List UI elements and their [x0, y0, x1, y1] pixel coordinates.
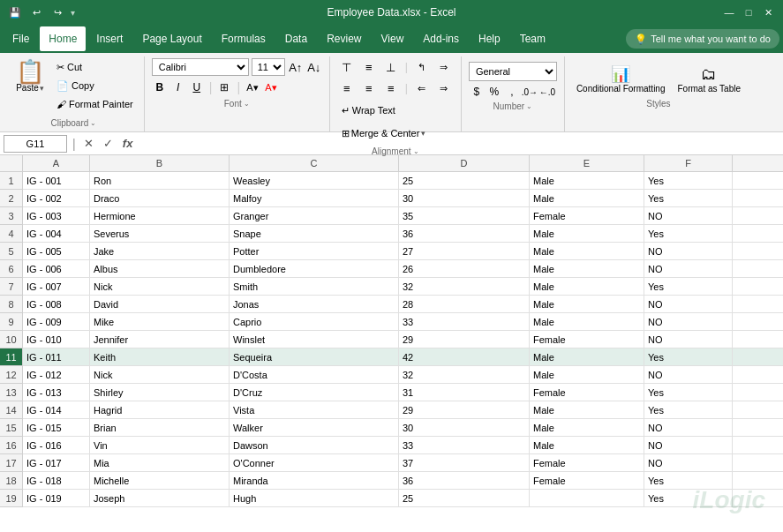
cell-1-B[interactable]: Ron [90, 172, 230, 189]
bold-button[interactable]: B [152, 79, 168, 95]
number-format-select[interactable]: General [469, 62, 557, 81]
cell-12-A[interactable]: IG - 012 [23, 366, 90, 383]
cell-11-C[interactable]: Sequeira [230, 348, 399, 365]
format-painter-button[interactable]: 🖌 Format Painter [53, 95, 137, 113]
row-header-16[interactable]: 16 [0, 437, 23, 454]
cell-8-A[interactable]: IG - 008 [23, 296, 90, 312]
copy-button[interactable]: 📄 Copy [53, 77, 137, 94]
menu-home[interactable]: Home [40, 26, 86, 51]
cell-18-D[interactable]: 36 [399, 472, 530, 489]
cell-15-F[interactable]: NO [644, 419, 733, 436]
cell-4-F[interactable]: Yes [644, 225, 733, 242]
decrease-indent-button[interactable]: ⇐ [412, 79, 432, 97]
cell-5-D[interactable]: 27 [399, 243, 530, 259]
cell-13-A[interactable]: IG - 013 [23, 384, 90, 401]
row-header-13[interactable]: 13 [0, 384, 23, 401]
row-header-1[interactable]: 1 [0, 172, 23, 190]
menu-team[interactable]: Team [511, 26, 554, 51]
menu-help[interactable]: Help [470, 26, 509, 51]
cell-12-E[interactable]: Male [530, 366, 644, 383]
cell-19-C[interactable]: Hugh [230, 490, 399, 506]
cell-8-F[interactable]: NO [644, 296, 733, 312]
cell-12-D[interactable]: 32 [399, 366, 530, 383]
cell-15-B[interactable]: Brian [90, 419, 230, 436]
cell-18-C[interactable]: Miranda [230, 472, 399, 489]
cell-13-E[interactable]: Female [530, 384, 644, 401]
align-bottom-button[interactable]: ⊥ [381, 58, 401, 76]
row-header-7[interactable]: 7 [0, 278, 23, 296]
cell-13-F[interactable]: Yes [644, 384, 733, 401]
cell-19-E[interactable] [530, 490, 644, 506]
cell-18-F[interactable]: Yes [644, 472, 733, 489]
cell-14-D[interactable]: 29 [399, 401, 530, 418]
cell-3-C[interactable]: Granger [230, 207, 399, 224]
maximize-button[interactable]: □ [741, 4, 757, 20]
cell-1-D[interactable]: 25 [399, 172, 530, 189]
cell-11-F[interactable]: Yes [644, 348, 733, 365]
minimize-button[interactable]: — [721, 4, 737, 20]
align-middle-button[interactable]: ≡ [359, 58, 379, 76]
cell-10-E[interactable]: Female [530, 331, 644, 348]
cell-16-E[interactable]: Male [530, 437, 644, 453]
menu-page-layout[interactable]: Page Layout [133, 26, 210, 51]
number-expand-icon[interactable]: ⌄ [526, 102, 532, 110]
cell-9-E[interactable]: Male [530, 313, 644, 330]
font-name-select[interactable]: Calibri [152, 58, 249, 76]
cell-6-A[interactable]: IG - 006 [23, 260, 90, 277]
menu-addins[interactable]: Add-ins [414, 26, 468, 51]
insert-function-icon[interactable]: fx [120, 137, 136, 150]
confirm-formula-icon[interactable]: ✓ [101, 137, 117, 150]
save-icon[interactable]: 💾 [7, 4, 23, 20]
menu-insert[interactable]: Insert [87, 26, 132, 51]
cell-9-C[interactable]: Caprio [230, 313, 399, 330]
cell-17-C[interactable]: O'Conner [230, 454, 399, 471]
align-top-button[interactable]: ⊤ [337, 58, 357, 76]
cell-17-E[interactable]: Female [530, 454, 644, 471]
col-header-b[interactable]: B [90, 155, 230, 171]
cell-11-E[interactable]: Male [530, 348, 644, 365]
cell-5-F[interactable]: NO [644, 243, 733, 259]
cell-4-A[interactable]: IG - 004 [23, 225, 90, 242]
indent-button[interactable]: ⇒ [434, 58, 454, 76]
cell-13-D[interactable]: 31 [399, 384, 530, 401]
cell-6-D[interactable]: 26 [399, 260, 530, 277]
cell-13-B[interactable]: Shirley [90, 384, 230, 401]
increase-indent-button[interactable]: ⇒ [434, 79, 454, 97]
align-right-button[interactable]: ≡ [381, 79, 401, 97]
cell-4-C[interactable]: Snape [230, 225, 399, 242]
paste-button[interactable]: 📋 Paste ▾ [11, 58, 49, 94]
cell-2-C[interactable]: Malfoy [230, 190, 399, 206]
cell-7-C[interactable]: Smith [230, 278, 399, 295]
cell-10-A[interactable]: IG - 010 [23, 331, 90, 348]
cell-3-D[interactable]: 35 [399, 207, 530, 224]
cell-1-C[interactable]: Weasley [230, 172, 399, 189]
customize-qat[interactable]: ▾ [71, 8, 75, 18]
cell-7-B[interactable]: Nick [90, 278, 230, 295]
cell-1-F[interactable]: Yes [644, 172, 733, 189]
menu-formulas[interactable]: Formulas [213, 26, 275, 51]
clipboard-expand-icon[interactable]: ⌄ [90, 119, 96, 127]
cell-15-D[interactable]: 30 [399, 419, 530, 436]
cell-15-E[interactable]: Male [530, 419, 644, 436]
name-box[interactable] [4, 135, 67, 153]
cell-2-E[interactable]: Male [530, 190, 644, 206]
undo-icon[interactable]: ↩ [28, 4, 44, 20]
menu-file[interactable]: File [4, 26, 38, 51]
row-header-9[interactable]: 9 [0, 313, 23, 331]
decrease-decimal-button[interactable]: ←.0 [539, 84, 555, 100]
cell-17-A[interactable]: IG - 017 [23, 454, 90, 471]
cell-8-D[interactable]: 28 [399, 296, 530, 312]
cell-12-B[interactable]: Nick [90, 366, 230, 383]
cell-10-F[interactable]: NO [644, 331, 733, 348]
row-header-19[interactable]: 19 [0, 490, 23, 507]
cell-4-D[interactable]: 36 [399, 225, 530, 242]
row-header-4[interactable]: 4 [0, 225, 23, 243]
cell-19-B[interactable]: Joseph [90, 490, 230, 506]
col-header-a[interactable]: A [23, 155, 90, 171]
redo-icon[interactable]: ↪ [49, 4, 65, 20]
cell-14-F[interactable]: Yes [644, 401, 733, 418]
close-button[interactable]: ✕ [760, 4, 776, 20]
cell-11-A[interactable]: IG - 011 [23, 348, 90, 365]
cell-16-D[interactable]: 33 [399, 437, 530, 453]
cell-12-F[interactable]: NO [644, 366, 733, 383]
